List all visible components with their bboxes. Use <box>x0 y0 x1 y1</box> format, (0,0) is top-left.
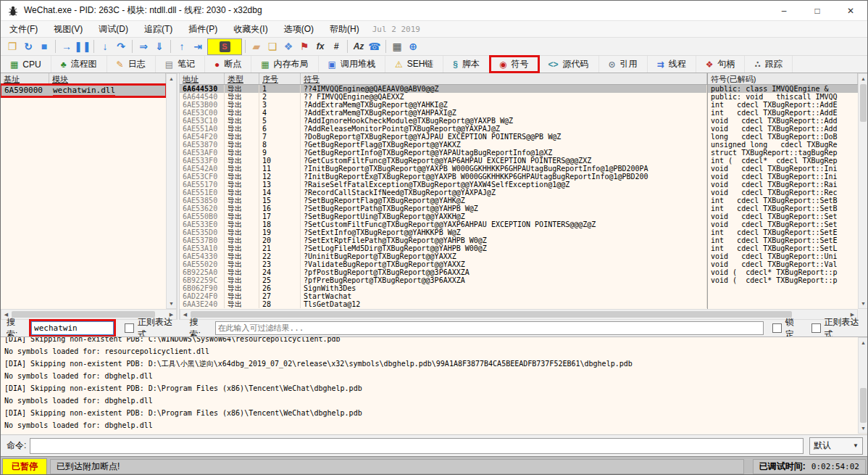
decoded-symbol-row[interactable]: int __cdecl TXBugReport::SetE <box>708 228 858 236</box>
tab-breakpoints[interactable]: ● 断点 <box>205 56 251 73</box>
symbol-row[interactable]: 6AD224F0 导出 27 StartWachat <box>180 292 707 300</box>
call-tree-icon[interactable]: ☎ <box>367 39 383 54</box>
tab-cpu[interactable]: ▦ CPU <box>1 56 51 73</box>
decoded-symbol-row[interactable]: void __cdecl TXBugReport::Set <box>708 220 858 228</box>
pause-icon[interactable]: ❚❚ <box>75 39 91 54</box>
tab-source[interactable]: <> 源代码 <box>539 56 599 73</box>
calculator-icon[interactable]: ▦ <box>389 39 405 54</box>
decoded-symbol-row[interactable]: struct TXBugReport::tagBugRep <box>708 149 858 157</box>
toolbar-icon[interactable] <box>170 40 171 53</box>
menu-item[interactable]: 选项(O) <box>277 22 321 37</box>
decoded-symbol-row[interactable]: void __cdecl TXBugReport::Uni <box>708 252 858 260</box>
toolbar-icon[interactable] <box>347 40 348 53</box>
toolbar-icon[interactable] <box>93 40 94 53</box>
labels-icon[interactable]: ❖ <box>280 39 296 54</box>
modules-header[interactable]: 基址 模块 <box>1 73 166 85</box>
symbols-horizontal-scrollbar[interactable]: ◀ ▶ <box>180 309 858 320</box>
symbol-row[interactable]: 6AE551A0 导出 6 ?AddReleaseMonitorPoint@TX… <box>180 125 707 133</box>
symbol-row[interactable]: 6AE54F20 导出 7 ?DoBugReport@TXBugReport@@… <box>180 133 707 141</box>
comments-icon[interactable]: ❏ <box>264 39 280 54</box>
symbol-row[interactable]: 6AE551E0 导出 14 ?RecordCallStackIfNeed@TX… <box>180 189 707 197</box>
symbol-row[interactable]: 6AE53CF0 导出 12 ?InitBugReportEx@TXBugRep… <box>180 173 707 181</box>
attach-user-icon[interactable]: ⇥ <box>190 39 206 54</box>
symbol-filter-input[interactable] <box>215 321 764 335</box>
decoded-symbol-row[interactable]: void __cdecl TXBugReport::Ini <box>708 173 858 181</box>
module-search-input[interactable] <box>31 321 114 335</box>
strings-icon[interactable]: Az <box>351 39 367 54</box>
symbols-header[interactable]: 地址 类型 序号 符号 <box>180 73 707 85</box>
decoded-symbol-row[interactable]: void __cdecl TXBugReport::Ini <box>708 165 858 173</box>
close-button[interactable]: ✕ <box>834 1 867 20</box>
toolbar-icon[interactable] <box>385 40 386 53</box>
run-icon[interactable]: → <box>59 39 75 54</box>
toolbar-icon[interactable] <box>132 40 133 53</box>
decoded-symbol-row[interactable]: void __cdecl TXBugReport::Val <box>708 260 858 268</box>
module-name[interactable]: wechatwin.dll <box>49 85 166 96</box>
symbol-row[interactable]: 6AE550B0 导出 17 ?SetBugReportUin@TXBugRep… <box>180 212 707 220</box>
decoded-symbol-row[interactable]: void __cdecl TXBugReport::Rai <box>708 181 858 189</box>
symbol-row[interactable]: 6AE53B00 导出 3 ?AddExtraMem@TXBugReport@@… <box>180 101 707 109</box>
run-to-user-code-icon[interactable]: ⇓ <box>151 39 167 54</box>
tab-notes[interactable]: ▤ 笔记 <box>156 56 205 73</box>
command-input[interactable] <box>30 438 804 454</box>
symbol-row[interactable]: 6B062F90 导出 26 SignWith3Des <box>180 284 707 292</box>
decoded-symbol-row[interactable]: void __cdecl TXBugReport::Rec <box>708 189 858 197</box>
tab-log[interactable]: ✎ 日志 <box>107 56 156 73</box>
tab-trace[interactable]: ∴ 跟踪 <box>745 56 792 73</box>
stop-icon[interactable]: ■ <box>36 39 52 54</box>
step-out-icon[interactable]: ↑ <box>174 39 190 54</box>
decoded-header[interactable]: 符号(已解码) <box>708 73 858 85</box>
menu-item[interactable]: 视图(V) <box>46 22 90 37</box>
symbol-row[interactable]: 6AE533E0 导出 18 ?SetCustomFiltFunc@TXBugR… <box>180 220 707 228</box>
symbol-row[interactable]: 6AE53870 导出 8 ?GetBugReportFlag@TXBugRep… <box>180 141 707 149</box>
step-over-icon[interactable]: ↷ <box>113 39 129 54</box>
symbol-row[interactable]: 6A644530 导出 1 ??4IMVQQEngine@@QAEAAV0@AB… <box>180 85 707 93</box>
decoded-symbol-row[interactable]: public: class IMVQQEngine & _ <box>708 85 858 93</box>
decoded-symbol-row[interactable]: void __cdecl TXBugReport::Add <box>708 117 858 125</box>
symbol-row[interactable]: 6AE533F0 导出 10 ?GetCustomFiltFunc@TXBugR… <box>180 157 707 165</box>
symbol-row[interactable]: 6A644540 导出 2 ??_FIMVQQEngine@@QAEXXZ <box>180 93 707 101</box>
symbol-row[interactable]: 6AE55170 导出 13 ?RaiseSelfFatalException@… <box>180 181 707 189</box>
tab-handles[interactable]: ❖ 句柄 <box>696 56 746 73</box>
decoded-symbol-row[interactable]: int __cdecl TXBugReport::SetE <box>708 236 858 244</box>
decoded-symbol-row[interactable]: int __cdecl TXBugReport::SetB <box>708 197 858 205</box>
symbol-row[interactable]: 6AE55020 导出 23 ?ValidateBugReport@TXBugR… <box>180 260 707 268</box>
minimize-button[interactable]: – <box>767 1 801 20</box>
tab-symbols[interactable]: ◉ 符号 <box>490 56 538 73</box>
toolbar-icon[interactable] <box>245 40 246 53</box>
tab-references[interactable]: ⊙ 引用 <box>599 56 648 73</box>
decoded-symbol-row[interactable]: int __cdecl TXBugReport::SetB <box>708 205 858 212</box>
module-regex-checkbox[interactable] <box>125 323 134 333</box>
symbol-row[interactable]: 6AE54330 导出 22 ?UninitBugReport@TXBugRep… <box>180 252 707 260</box>
symbol-row[interactable]: 6AE53C00 导出 4 ?AddExtraMem@TXBugReport@@… <box>180 109 707 117</box>
decoded-symbol-row[interactable]: void __cdecl TXBugReport::Set <box>708 212 858 220</box>
symbol-regex-checkbox[interactable] <box>811 323 821 333</box>
symbol-row[interactable]: 6AE542A0 导出 11 ?InitBugReport@TXBugRepor… <box>180 165 707 173</box>
menu-item[interactable]: 调试(D) <box>91 22 135 37</box>
module-row[interactable]: 6A590000 wechatwin.dll <box>1 85 166 96</box>
symbol-row[interactable]: 6AA3E240 导出 28 TlsGetData@12 <box>180 300 707 308</box>
decoded-symbol-row[interactable]: long __cdecl TXBugReport::DoB <box>708 133 858 141</box>
globe-icon[interactable]: ⊕ <box>405 39 421 54</box>
decoded-symbol-row[interactable]: void (__cdecl* TXBugReport::p <box>708 268 858 276</box>
command-profile-select[interactable]: 默认 ▼ <box>809 437 863 455</box>
tab-threads[interactable]: ⇉ 线程 <box>648 56 696 73</box>
menu-item[interactable]: 插件(P) <box>181 22 225 37</box>
symbol-row[interactable]: 6B9225A0 导出 24 ?pfPostBugReport@TXBugRep… <box>180 268 707 276</box>
patch-icon[interactable]: ▰ <box>249 39 264 54</box>
symbol-row[interactable]: 6AE53620 导出 16 ?SetBugReportPath@TXBugRe… <box>180 205 707 212</box>
tab-graph[interactable]: ♣ 流程图 <box>51 56 107 73</box>
symbol-row[interactable]: 6AE53AF0 导出 9 ?GetBugReportInfo@TXBugRep… <box>180 149 707 157</box>
decoded-symbol-row[interactable]: unsigned long __cdecl TXBugRe <box>708 141 858 149</box>
functions-icon[interactable]: fx <box>312 39 328 54</box>
decoded-symbol-row[interactable]: void __cdecl TXBugReport::Add <box>708 125 858 133</box>
decoded-symbol-row[interactable]: public: void __thiscall IMVQQ <box>708 93 858 101</box>
tab-memory-map[interactable]: ▦ 内存布局 <box>251 56 318 73</box>
hash-icon[interactable]: # <box>328 39 344 54</box>
menu-item[interactable]: 追踪(T) <box>137 22 180 37</box>
step-into-icon[interactable]: ↓ <box>97 39 113 54</box>
decoded-symbol-row[interactable]: int __cdecl TXBugReport::AddE <box>708 101 858 109</box>
symbol-row[interactable]: 6AE53850 导出 15 ?SetBugReportFlag@TXBugRe… <box>180 197 707 205</box>
decoded-symbol-row[interactable]: int __cdecl TXBugReport::AddE <box>708 109 858 117</box>
symbol-row[interactable]: 6B92259C 导出 25 ?pfPreBugReport@TXBugRepo… <box>180 276 707 284</box>
